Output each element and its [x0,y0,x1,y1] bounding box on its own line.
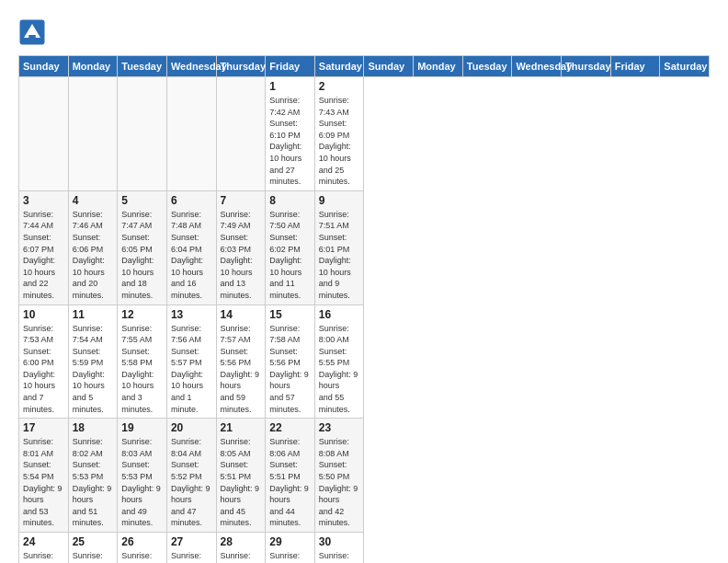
day-number: 23 [319,421,360,434]
day-number: 21 [221,421,262,434]
calendar-day-cell: 8Sunrise: 7:50 AM Sunset: 6:02 PM Daylig… [266,190,315,304]
calendar-day-cell: 18Sunrise: 8:02 AM Sunset: 5:53 PM Dayli… [68,419,118,533]
day-info: Sunrise: 8:11 AM Sunset: 5:49 PM Dayligh… [121,550,163,563]
calendar-day-cell: 16Sunrise: 8:00 AM Sunset: 5:55 PM Dayli… [314,304,364,419]
day-number: 19 [121,421,163,434]
calendar-day-cell: 30Sunrise: 8:15 AM Sunset: 5:47 PM Dayli… [314,533,364,564]
day-info: Sunrise: 8:05 AM Sunset: 5:51 PM Dayligh… [221,436,262,529]
day-number: 20 [171,421,212,434]
day-number: 18 [73,421,114,434]
day-info: Sunrise: 8:03 AM Sunset: 5:53 PM Dayligh… [121,436,163,529]
weekday-header-friday: Friday [610,56,660,77]
calendar-day-cell: 19Sunrise: 8:03 AM Sunset: 5:53 PM Dayli… [118,419,167,533]
day-info: Sunrise: 7:43 AM Sunset: 6:09 PM Dayligh… [319,95,360,188]
day-number: 29 [269,535,311,548]
day-info: Sunrise: 7:54 AM Sunset: 5:59 PM Dayligh… [73,323,114,416]
day-info: Sunrise: 8:06 AM Sunset: 5:51 PM Dayligh… [269,436,311,529]
day-number: 6 [171,194,212,207]
weekday-header-saturday: Saturday [660,56,710,77]
calendar-day-cell: 5Sunrise: 7:47 AM Sunset: 6:05 PM Daylig… [118,190,167,304]
day-info: Sunrise: 8:12 AM Sunset: 5:48 PM Dayligh… [171,550,212,563]
page-header [18,18,710,46]
weekday-header-wednesday: Wednesday [512,56,562,77]
calendar-table: SundayMondayTuesdayWednesdayThursdayFrid… [18,55,710,563]
day-number: 28 [221,535,262,548]
day-number: 3 [23,194,64,207]
calendar-day-cell: 24Sunrise: 8:09 AM Sunset: 5:50 PM Dayli… [19,533,69,564]
day-number: 26 [121,535,163,548]
day-info: Sunrise: 7:55 AM Sunset: 5:58 PM Dayligh… [121,323,163,416]
day-number: 24 [23,535,64,548]
calendar-day-cell: 21Sunrise: 8:05 AM Sunset: 5:51 PM Dayli… [216,419,266,533]
calendar-week-row: 24Sunrise: 8:09 AM Sunset: 5:50 PM Dayli… [19,533,710,564]
calendar-day-cell: 10Sunrise: 7:53 AM Sunset: 6:00 PM Dayli… [19,304,69,419]
calendar-day-cell: 9Sunrise: 7:51 AM Sunset: 6:01 PM Daylig… [314,190,364,304]
calendar-day-cell: 4Sunrise: 7:46 AM Sunset: 6:06 PM Daylig… [68,190,118,304]
day-number: 22 [269,421,311,434]
day-info: Sunrise: 8:00 AM Sunset: 5:55 PM Dayligh… [319,323,360,416]
calendar-day-cell: 26Sunrise: 8:11 AM Sunset: 5:49 PM Dayli… [118,533,167,564]
day-info: Sunrise: 7:46 AM Sunset: 6:06 PM Dayligh… [73,209,114,302]
calendar-day-cell [216,77,266,191]
calendar-day-cell: 28Sunrise: 8:13 AM Sunset: 5:48 PM Dayli… [216,533,266,564]
logo-icon [18,18,46,46]
day-info: Sunrise: 8:10 AM Sunset: 5:49 PM Dayligh… [73,550,114,563]
calendar-day-cell [166,77,216,191]
calendar-day-cell: 7Sunrise: 7:49 AM Sunset: 6:03 PM Daylig… [216,190,266,304]
weekday-header-tuesday: Tuesday [118,56,167,77]
calendar-day-cell: 17Sunrise: 8:01 AM Sunset: 5:54 PM Dayli… [19,419,69,533]
day-info: Sunrise: 8:15 AM Sunset: 5:47 PM Dayligh… [319,550,360,563]
calendar-week-row: 10Sunrise: 7:53 AM Sunset: 6:00 PM Dayli… [19,304,710,419]
day-info: Sunrise: 7:49 AM Sunset: 6:03 PM Dayligh… [221,209,262,302]
day-number: 9 [319,194,360,207]
calendar-day-cell [68,77,118,191]
calendar-day-cell: 11Sunrise: 7:54 AM Sunset: 5:59 PM Dayli… [68,304,118,419]
weekday-header-friday: Friday [266,56,315,77]
day-number: 11 [73,308,114,321]
day-info: Sunrise: 8:02 AM Sunset: 5:53 PM Dayligh… [73,436,114,529]
calendar-day-cell: 29Sunrise: 8:14 AM Sunset: 5:47 PM Dayli… [266,533,315,564]
day-info: Sunrise: 7:57 AM Sunset: 5:56 PM Dayligh… [221,323,262,416]
day-info: Sunrise: 7:44 AM Sunset: 6:07 PM Dayligh… [23,209,64,302]
calendar-day-cell [19,77,69,191]
calendar-day-cell: 23Sunrise: 8:08 AM Sunset: 5:50 PM Dayli… [314,419,364,533]
day-info: Sunrise: 8:01 AM Sunset: 5:54 PM Dayligh… [23,436,64,529]
day-number: 17 [23,421,64,434]
weekday-header-saturday: Saturday [314,56,364,77]
calendar-day-cell: 13Sunrise: 7:56 AM Sunset: 5:57 PM Dayli… [166,304,216,419]
weekday-header-monday: Monday [68,56,118,77]
calendar-week-row: 3Sunrise: 7:44 AM Sunset: 6:07 PM Daylig… [19,190,710,304]
day-number: 2 [319,80,360,93]
weekday-header-wednesday: Wednesday [166,56,216,77]
weekday-header-sunday: Sunday [364,56,414,77]
day-info: Sunrise: 7:51 AM Sunset: 6:01 PM Dayligh… [319,209,360,302]
day-info: Sunrise: 8:09 AM Sunset: 5:50 PM Dayligh… [23,550,64,563]
calendar-day-cell: 20Sunrise: 8:04 AM Sunset: 5:52 PM Dayli… [166,419,216,533]
calendar-day-cell: 14Sunrise: 7:57 AM Sunset: 5:56 PM Dayli… [216,304,266,419]
calendar-day-cell: 1Sunrise: 7:42 AM Sunset: 6:10 PM Daylig… [266,77,315,191]
day-number: 5 [121,194,163,207]
day-number: 14 [221,308,262,321]
calendar-day-cell: 25Sunrise: 8:10 AM Sunset: 5:49 PM Dayli… [68,533,118,564]
weekday-header-monday: Monday [414,56,463,77]
calendar-week-row: 1Sunrise: 7:42 AM Sunset: 6:10 PM Daylig… [19,77,710,191]
calendar-day-cell: 12Sunrise: 7:55 AM Sunset: 5:58 PM Dayli… [118,304,167,419]
day-number: 4 [73,194,114,207]
weekday-header-thursday: Thursday [216,56,266,77]
day-number: 25 [73,535,114,548]
day-number: 10 [23,308,64,321]
day-number: 7 [221,194,262,207]
day-number: 12 [121,308,163,321]
calendar-day-cell: 2Sunrise: 7:43 AM Sunset: 6:09 PM Daylig… [314,77,364,191]
day-number: 13 [171,308,212,321]
day-info: Sunrise: 8:08 AM Sunset: 5:50 PM Dayligh… [319,436,360,529]
calendar-day-cell: 3Sunrise: 7:44 AM Sunset: 6:07 PM Daylig… [19,190,69,304]
calendar-day-cell: 15Sunrise: 7:58 AM Sunset: 5:56 PM Dayli… [266,304,315,419]
day-number: 30 [319,535,360,548]
day-number: 16 [319,308,360,321]
day-number: 8 [269,194,311,207]
weekday-header-tuesday: Tuesday [462,56,512,77]
day-info: Sunrise: 8:14 AM Sunset: 5:47 PM Dayligh… [269,550,311,563]
day-info: Sunrise: 8:13 AM Sunset: 5:48 PM Dayligh… [221,550,262,563]
day-info: Sunrise: 7:50 AM Sunset: 6:02 PM Dayligh… [269,209,311,302]
